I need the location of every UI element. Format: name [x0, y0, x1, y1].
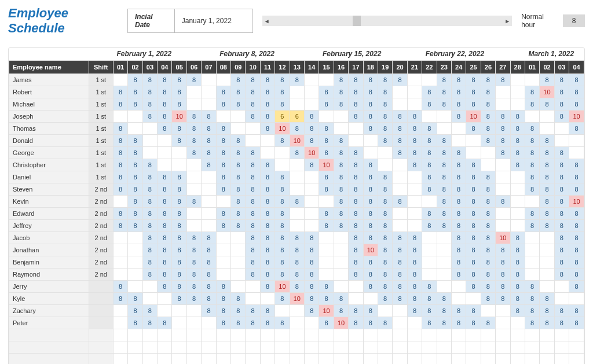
hours-cell[interactable] — [142, 293, 157, 305]
hours-cell[interactable]: 8 — [451, 98, 466, 111]
hours-cell[interactable] — [158, 135, 172, 147]
hours-cell[interactable]: 8 — [158, 98, 172, 111]
hours-cell[interactable] — [202, 196, 216, 208]
hours-cell[interactable]: 8 — [496, 123, 510, 135]
hours-cell[interactable] — [275, 329, 290, 341]
hours-cell[interactable]: 8 — [172, 123, 186, 135]
hours-cell[interactable]: 8 — [525, 159, 539, 171]
hours-cell[interactable]: 8 — [231, 171, 246, 183]
hours-cell[interactable]: 8 — [481, 317, 495, 329]
hours-cell[interactable]: 10 — [172, 111, 186, 123]
hours-cell[interactable]: 8 — [128, 293, 142, 305]
hours-cell[interactable]: 8 — [172, 232, 186, 244]
hours-cell[interactable] — [186, 171, 201, 183]
hours-cell[interactable] — [172, 317, 186, 329]
hours-cell[interactable] — [305, 171, 319, 183]
hours-cell[interactable]: 8 — [363, 183, 378, 196]
hours-cell[interactable]: 8 — [363, 317, 378, 329]
hours-cell[interactable] — [540, 354, 554, 365]
hours-cell[interactable]: 8 — [246, 244, 260, 256]
hours-cell[interactable]: 8 — [142, 208, 157, 220]
hours-cell[interactable]: 8 — [451, 208, 466, 220]
hours-cell[interactable]: 8 — [407, 147, 422, 159]
hours-cell[interactable]: 8 — [540, 183, 554, 196]
hours-cell[interactable] — [378, 329, 392, 341]
hours-cell[interactable]: 8 — [246, 183, 260, 196]
hours-cell[interactable] — [290, 341, 304, 354]
hours-cell[interactable] — [451, 329, 466, 341]
hours-cell[interactable]: 8 — [142, 74, 157, 86]
hours-cell[interactable] — [510, 86, 525, 98]
hours-cell[interactable] — [510, 317, 525, 329]
hours-cell[interactable] — [202, 98, 216, 111]
hours-cell[interactable]: 8 — [378, 269, 392, 281]
hours-cell[interactable] — [113, 354, 127, 365]
hours-cell[interactable] — [378, 147, 392, 159]
hours-cell[interactable] — [540, 256, 554, 269]
hours-cell[interactable] — [540, 123, 554, 135]
hours-cell[interactable]: 8 — [496, 147, 510, 159]
hours-cell[interactable] — [525, 244, 539, 256]
hours-cell[interactable]: 8 — [349, 86, 363, 98]
hours-cell[interactable] — [437, 341, 451, 354]
hours-cell[interactable] — [510, 171, 525, 183]
hours-cell[interactable]: 8 — [363, 98, 378, 111]
hours-cell[interactable]: 8 — [554, 220, 569, 232]
hours-cell[interactable]: 8 — [363, 269, 378, 281]
hours-cell[interactable]: 6 — [275, 111, 290, 123]
hours-cell[interactable]: 8 — [202, 281, 216, 293]
hours-cell[interactable] — [142, 329, 157, 341]
hours-cell[interactable] — [172, 305, 186, 317]
hours-cell[interactable]: 8 — [319, 183, 334, 196]
hours-cell[interactable]: 8 — [305, 123, 319, 135]
hours-cell[interactable]: 8 — [451, 147, 466, 159]
hours-cell[interactable]: 8 — [363, 256, 378, 269]
hours-cell[interactable]: 8 — [246, 232, 260, 244]
hours-cell[interactable]: 8 — [334, 305, 348, 317]
hours-cell[interactable] — [466, 329, 481, 341]
hours-cell[interactable]: 8 — [172, 183, 186, 196]
hours-cell[interactable]: 8 — [334, 183, 348, 196]
hours-cell[interactable]: 8 — [334, 86, 348, 98]
hours-cell[interactable] — [393, 329, 407, 341]
hours-cell[interactable]: 8 — [113, 281, 127, 293]
hours-cell[interactable] — [142, 281, 157, 293]
hours-cell[interactable]: 8 — [275, 208, 290, 220]
hours-cell[interactable]: 8 — [569, 74, 584, 86]
hours-cell[interactable]: 8 — [481, 232, 495, 244]
hours-cell[interactable] — [305, 317, 319, 329]
hours-cell[interactable]: 8 — [260, 317, 274, 329]
hours-cell[interactable]: 8 — [466, 232, 481, 244]
hours-cell[interactable]: 8 — [349, 256, 363, 269]
hours-cell[interactable] — [451, 281, 466, 293]
hours-cell[interactable] — [158, 341, 172, 354]
hours-cell[interactable]: 8 — [554, 111, 569, 123]
hours-cell[interactable]: 8 — [319, 171, 334, 183]
hours-cell[interactable]: 8 — [158, 208, 172, 220]
hours-cell[interactable]: 8 — [216, 317, 230, 329]
hours-cell[interactable]: 8 — [437, 208, 451, 220]
hours-cell[interactable]: 8 — [172, 98, 186, 111]
hours-cell[interactable] — [113, 111, 127, 123]
hours-cell[interactable]: 8 — [158, 281, 172, 293]
hours-cell[interactable]: 8 — [481, 183, 495, 196]
hours-cell[interactable]: 8 — [349, 244, 363, 256]
hours-cell[interactable]: 8 — [334, 98, 348, 111]
hours-cell[interactable]: 8 — [481, 74, 495, 86]
hours-cell[interactable] — [334, 123, 348, 135]
hours-cell[interactable]: 8 — [275, 98, 290, 111]
hours-cell[interactable] — [128, 232, 142, 244]
hours-cell[interactable]: 8 — [319, 147, 334, 159]
hours-cell[interactable]: 8 — [231, 196, 246, 208]
hours-cell[interactable]: 8 — [305, 111, 319, 123]
hours-cell[interactable]: 8 — [246, 171, 260, 183]
hours-cell[interactable]: 8 — [481, 293, 495, 305]
hours-cell[interactable]: 8 — [554, 256, 569, 269]
hours-cell[interactable] — [319, 329, 334, 341]
hours-cell[interactable] — [437, 329, 451, 341]
hours-cell[interactable]: 8 — [202, 293, 216, 305]
hours-cell[interactable] — [319, 74, 334, 86]
hours-cell[interactable]: 8 — [128, 74, 142, 86]
hours-cell[interactable] — [349, 281, 363, 293]
hours-cell[interactable] — [113, 269, 127, 281]
